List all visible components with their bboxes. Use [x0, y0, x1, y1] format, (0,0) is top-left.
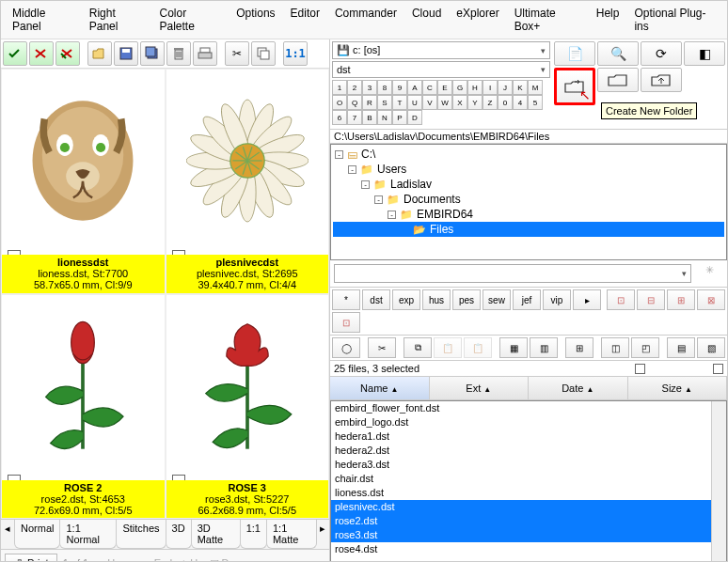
format-vip[interactable]: vip — [543, 289, 571, 310]
drive-letter-4[interactable]: 4 — [513, 95, 528, 110]
paste-icon[interactable]: 📋 — [434, 337, 462, 358]
drive-letter-T[interactable]: T — [392, 95, 407, 110]
op-icon-1[interactable]: ▦ — [499, 337, 528, 358]
menu-help[interactable]: Help — [589, 3, 627, 37]
op-icon-7[interactable]: ▧ — [697, 337, 725, 358]
filter-dropdown[interactable]: ▾ — [334, 264, 691, 283]
tree-node[interactable]: -📁Documents — [333, 192, 724, 207]
thumbnail[interactable]: plesnivecdstplesnivec.dst, St:269539.4x4… — [166, 69, 330, 294]
drive-letter-0[interactable]: 0 — [498, 95, 513, 110]
drive-letter-P[interactable]: P — [392, 110, 407, 125]
menu-optional-plug-ins[interactable]: Optional Plug-ins — [626, 3, 723, 37]
refresh-icon[interactable]: ⟳ — [641, 41, 682, 66]
tree-node[interactable]: -📁Ladislav — [333, 177, 724, 192]
status-check-1[interactable] — [635, 364, 645, 374]
file-list[interactable]: embird_flower_font.dstembird_logo.dsthed… — [330, 400, 727, 562]
file-row[interactable]: plesnivec.dst — [331, 500, 726, 514]
tree-node[interactable]: 📂Files — [333, 222, 724, 237]
drive-letter-S[interactable]: S — [377, 95, 392, 110]
save-icon[interactable] — [114, 41, 138, 66]
format-sew[interactable]: sew — [483, 289, 511, 310]
file-row[interactable]: rose3.dst — [331, 528, 726, 542]
drive-letter-I[interactable]: I — [483, 80, 498, 95]
drive-letter-C[interactable]: C — [422, 80, 437, 95]
header-date[interactable]: Date ▲ — [529, 377, 628, 399]
tab-normal[interactable]: Normal — [14, 520, 60, 549]
drive-letter-K[interactable]: K — [513, 80, 528, 95]
header-ext[interactable]: Ext ▲ — [430, 377, 530, 399]
format-pes[interactable]: pes — [452, 289, 481, 310]
header-name[interactable]: Name ▲ — [330, 377, 430, 399]
drive-letter-G[interactable]: G — [452, 80, 467, 95]
file-row[interactable]: lioness.dst — [331, 486, 726, 500]
drive-letter-M[interactable]: M — [528, 80, 543, 95]
drive-letter-9[interactable]: 9 — [392, 80, 407, 95]
folder-icon[interactable] — [597, 68, 639, 92]
save-all-icon[interactable] — [140, 41, 165, 66]
drive-letter-J[interactable]: J — [498, 80, 513, 95]
menu-ultimate-box-[interactable]: Ultimate Box+ — [507, 3, 589, 37]
tool-btn-2[interactable] — [29, 41, 54, 66]
drive-letter-X[interactable]: X — [452, 95, 467, 110]
file-row[interactable]: hedera1.dst — [331, 429, 726, 444]
view-opt-2[interactable]: ⊞ — [667, 289, 695, 310]
drive-letter-H[interactable]: H — [467, 80, 483, 95]
folder-tree[interactable]: -🖴C:\-📁Users-📁Ladislav-📁Documents-📁EMBIR… — [330, 144, 727, 260]
view-opt-3[interactable]: ⊠ — [697, 289, 725, 310]
drive-letter-1[interactable]: 1 — [332, 80, 347, 95]
drive-letter-N[interactable]: N — [377, 110, 392, 125]
tab-1-1[interactable]: 1:1 — [240, 520, 267, 549]
menu-explorer[interactable]: eXplorer — [449, 3, 506, 37]
print-button[interactable]: 🖨 Print — [5, 554, 57, 562]
view-mode-icon[interactable]: ◧ — [684, 41, 725, 66]
file-row[interactable]: hedera3.dst — [331, 458, 726, 472]
status-check-2[interactable] — [713, 364, 723, 374]
op-icon-4[interactable]: ◫ — [601, 337, 629, 358]
file-row[interactable]: embird_logo.dst — [331, 415, 726, 429]
menu-right-panel[interactable]: Right Panel — [82, 3, 152, 37]
view-opt-1[interactable]: ⊟ — [637, 289, 665, 310]
drive-letter-7[interactable]: 7 — [347, 110, 362, 125]
ext-select[interactable]: dst▾ — [332, 61, 550, 78]
thumbnail[interactable]: lionessdstlioness.dst, St:770058.7x65.0 … — [1, 69, 166, 294]
new-folder-button[interactable]: ↖ — [554, 68, 595, 105]
copy-icon-2[interactable]: ⧉ — [404, 337, 432, 358]
folder-up-icon[interactable] — [641, 68, 682, 92]
tree-node[interactable]: -📁EMBIRD64 — [333, 207, 724, 222]
print-icon[interactable] — [193, 41, 217, 66]
drive-letter-Y[interactable]: Y — [467, 95, 483, 110]
drive-letter-U[interactable]: U — [407, 95, 422, 110]
tool-btn-1[interactable] — [3, 41, 27, 66]
op-icon-3[interactable]: ⊞ — [565, 337, 593, 358]
select-icon[interactable]: ◯ — [332, 337, 360, 358]
format-exp[interactable]: exp — [392, 289, 420, 310]
op-icon-2[interactable]: ▥ — [530, 337, 558, 358]
menu-commander[interactable]: Commander — [327, 3, 404, 37]
menu-editor[interactable]: Editor — [283, 3, 327, 37]
view-opt-0[interactable]: ⊡ — [607, 289, 635, 310]
scrollbar[interactable] — [711, 401, 726, 562]
drive-letter-2[interactable]: 2 — [347, 80, 362, 95]
thumbnail[interactable]: ROSE 3rose3.dst, St:522766.2x68.9 mm, Cl… — [166, 294, 330, 520]
drive-letter-E[interactable]: E — [437, 80, 452, 95]
search-icon[interactable]: 🔍 — [597, 41, 639, 66]
menu-color-palette[interactable]: Color Palette — [151, 3, 229, 37]
file-row[interactable]: rose4.dst — [331, 542, 726, 556]
drive-letter-D[interactable]: D — [407, 110, 422, 125]
header-size[interactable]: Size ▲ — [628, 377, 728, 399]
drive-letter-Q[interactable]: Q — [347, 95, 362, 110]
file-row[interactable]: chair.dst — [331, 472, 726, 486]
drive-letter-A[interactable]: A — [407, 80, 422, 95]
op-icon-6[interactable]: ▤ — [667, 337, 695, 358]
format-jef[interactable]: jef — [513, 289, 541, 310]
copy-icon[interactable] — [251, 41, 276, 66]
op-icon-5[interactable]: ◰ — [631, 337, 659, 358]
file-row[interactable]: rose2.dst — [331, 514, 726, 528]
disk-info-icon[interactable]: 📄 — [554, 41, 595, 66]
tree-node[interactable]: -📁Users — [333, 162, 724, 177]
drive-letter-V[interactable]: V — [422, 95, 437, 110]
paste2-icon[interactable]: 📋 — [464, 337, 492, 358]
format-dst[interactable]: dst — [362, 289, 390, 310]
format-*[interactable]: * — [332, 289, 360, 310]
drive-letter-8[interactable]: 8 — [377, 80, 392, 95]
